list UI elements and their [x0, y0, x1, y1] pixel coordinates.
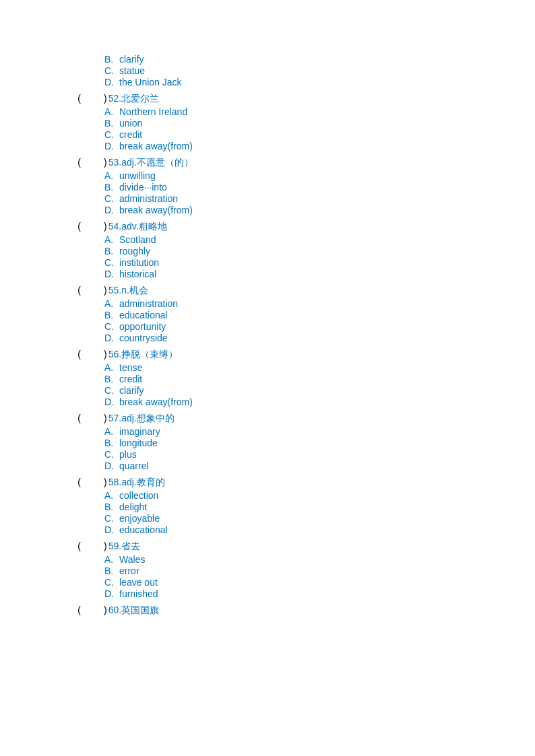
list-item: C.leave out	[104, 577, 535, 588]
question-row-56: ()56.挣脱（束缚）	[0, 349, 535, 361]
option-label: C.	[104, 577, 118, 588]
option-text: educational	[119, 524, 168, 535]
question-row-52: ()52.北爱尔兰	[0, 93, 535, 105]
option-text: administration	[119, 298, 178, 309]
list-item: B.educational	[104, 310, 535, 320]
list-item: D.educational	[104, 524, 535, 535]
option-text: enjoyable	[119, 513, 160, 524]
list-item: C.enjoyable	[104, 513, 535, 524]
bracket-right: )	[104, 477, 107, 487]
option-text: union	[119, 118, 142, 129]
bracket-right: )	[104, 413, 107, 423]
question-block-55: ()55.n.机会A.administrationB.educationalC.…	[0, 285, 535, 343]
list-item: A.administration	[104, 298, 535, 309]
question-number: 54.	[108, 221, 121, 232]
option-label: B.	[104, 182, 118, 193]
question-chinese: 挣脱（束缚）	[121, 349, 178, 361]
option-label: C.	[104, 193, 118, 204]
list-item: D. the Union Jack	[104, 77, 535, 88]
option-text: divide···into	[119, 182, 167, 193]
question-chinese: adj.不愿意（的）	[121, 157, 193, 169]
list-item: D.historical	[104, 269, 535, 279]
bracket-left: (	[67, 477, 81, 487]
list-item: D.break away(from)	[104, 205, 535, 215]
option-text: clarify	[119, 385, 144, 396]
bracket-right: )	[104, 157, 107, 168]
question-block-57: ()57.adj.想象中的A.imaginaryB.longitudeC.plu…	[0, 413, 535, 471]
question-row-54: ()54.adv.粗略地	[0, 221, 535, 233]
list-item: B.divide···into	[104, 182, 535, 193]
question-number: 57.	[108, 413, 121, 423]
question-row-57: ()57.adj.想象中的	[0, 413, 535, 425]
list-item: A.Scotland	[104, 234, 535, 245]
option-label: D.	[104, 141, 118, 151]
option-text: break away(from)	[119, 397, 193, 407]
list-item: D.furnished	[104, 588, 535, 599]
question-number: 52.	[108, 93, 121, 104]
option-text: imaginary	[119, 426, 160, 437]
option-text: Northern Ireland	[119, 106, 187, 117]
list-item: C.administration	[104, 193, 535, 204]
option-text: the Union Jack	[119, 77, 182, 88]
option-label: A.	[104, 426, 118, 437]
list-item: A.tense	[104, 362, 535, 373]
option-label: C.	[104, 385, 118, 396]
list-item: A.Northern Ireland	[104, 106, 535, 117]
option-label: B.	[104, 438, 118, 448]
bracket-right: )	[104, 285, 107, 296]
option-label: D.	[104, 269, 118, 279]
question-row-59: ()59.省去	[0, 541, 535, 553]
question-row-55: ()55.n.机会	[0, 285, 535, 297]
option-label: A.	[104, 554, 118, 565]
option-label: B.	[104, 54, 118, 65]
question-number: 55.	[108, 285, 121, 296]
option-text: unwilling	[119, 170, 156, 181]
option-text: roughly	[119, 246, 150, 256]
option-text: Scotland	[119, 234, 156, 245]
list-item: A.collection	[104, 490, 535, 501]
options-block-54: A.ScotlandB.roughlyC.institutionD.histor…	[0, 234, 535, 279]
list-item: A.unwilling	[104, 170, 535, 181]
options-block-52: A.Northern IrelandB.unionC.creditD.break…	[0, 106, 535, 151]
option-text: educational	[119, 310, 168, 320]
option-label: B.	[104, 565, 118, 576]
question-block-60: ()60.英国国旗	[0, 605, 535, 617]
option-label: C.	[104, 65, 118, 76]
option-text: break away(from)	[119, 141, 193, 151]
options-block-56: A.tenseB.creditC.clarifyD.break away(fro…	[0, 362, 535, 407]
option-text: Wales	[119, 554, 145, 565]
option-label: C.	[104, 513, 118, 524]
option-text: collection	[119, 490, 158, 501]
option-text: break away(from)	[119, 205, 193, 215]
option-label: B.	[104, 310, 118, 320]
preceding-options: B. clarify C. statue D. the Union Jack	[0, 54, 535, 88]
option-text: credit	[119, 129, 142, 140]
option-text: delight	[119, 502, 147, 512]
option-text: quarrel	[119, 460, 149, 471]
bracket-left: (	[67, 285, 81, 296]
option-text: tense	[119, 362, 142, 373]
bracket-right: )	[104, 221, 107, 232]
bracket-left: (	[67, 605, 81, 615]
bracket-left: (	[67, 93, 81, 104]
list-item: C.opportunity	[104, 321, 535, 332]
list-item: C.plus	[104, 449, 535, 460]
list-item: A.Wales	[104, 554, 535, 565]
question-block-52: ()52.北爱尔兰A.Northern IrelandB.unionC.cred…	[0, 93, 535, 151]
quiz-container: B. clarify C. statue D. the Union Jack (…	[0, 13, 535, 649]
question-chinese: adv.粗略地	[121, 221, 166, 233]
bracket-right: )	[104, 349, 107, 359]
option-label: D.	[104, 397, 118, 407]
bracket-left: (	[67, 221, 81, 232]
question-number: 56.	[108, 349, 121, 359]
list-item: C.credit	[104, 129, 535, 140]
bracket-right: )	[104, 93, 107, 104]
question-chinese: 英国国旗	[121, 605, 159, 617]
bracket-left: (	[67, 157, 81, 168]
option-label: B.	[104, 374, 118, 384]
option-label: C.	[104, 257, 118, 268]
question-chinese: adj.想象中的	[121, 413, 175, 425]
question-row-53: ()53.adj.不愿意（的）	[0, 157, 535, 169]
option-text: statue	[119, 65, 145, 76]
options-block-57: A.imaginaryB.longitudeC.plusD.quarrel	[0, 426, 535, 471]
